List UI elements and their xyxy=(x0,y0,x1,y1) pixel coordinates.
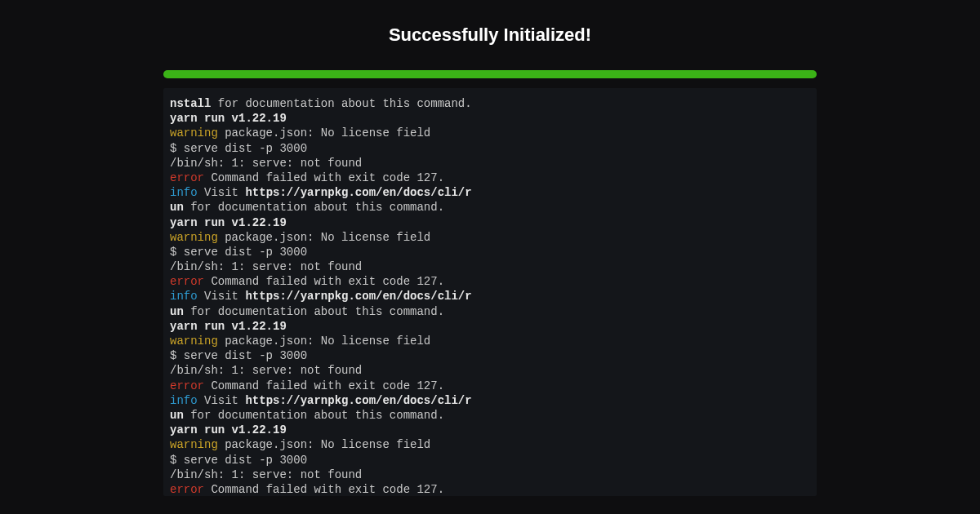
log-text: package.json: No license field xyxy=(218,438,430,451)
console-line: yarn run v1.22.19 xyxy=(170,423,810,437)
log-link: https://yarnpkg.com/en/docs/cli/r xyxy=(245,290,471,303)
console-line: yarn run v1.22.19 xyxy=(170,319,810,334)
log-bold: nstall xyxy=(170,97,211,110)
log-text: $ serve dist -p 3000 xyxy=(170,349,307,362)
log-link: https://yarnpkg.com/en/docs/cli/r xyxy=(245,394,471,407)
log-text: Command failed with exit code 127. xyxy=(204,379,444,392)
log-bold: un xyxy=(170,305,184,318)
log-text: package.json: No license field xyxy=(218,126,430,140)
console-line: info Visit https://yarnpkg.com/en/docs/c… xyxy=(170,289,810,304)
log-bold: yarn run v1.22.19 xyxy=(170,423,287,436)
log-bold: un xyxy=(170,409,184,422)
log-warning: warning xyxy=(170,438,218,451)
console-line: $ serve dist -p 3000 xyxy=(170,245,810,259)
log-text: for documentation about this command. xyxy=(211,97,471,110)
log-info: info xyxy=(170,186,198,199)
log-warning: warning xyxy=(170,335,218,348)
log-text: $ serve dist -p 3000 xyxy=(170,142,307,155)
log-text: for documentation about this command. xyxy=(184,305,444,318)
console-output[interactable]: nstall for documentation about this comm… xyxy=(163,88,817,496)
console-line: $ serve dist -p 3000 xyxy=(170,141,810,156)
log-text: Command failed with exit code 127. xyxy=(204,171,444,184)
log-info: info xyxy=(170,394,198,407)
log-bold: yarn run v1.22.19 xyxy=(170,320,287,333)
console-line: info Visit https://yarnpkg.com/en/docs/c… xyxy=(170,185,810,200)
console-line: un for documentation about this command. xyxy=(170,200,810,215)
console-line: $ serve dist -p 3000 xyxy=(170,348,810,363)
console-line: info Visit https://yarnpkg.com/en/docs/c… xyxy=(170,393,810,408)
console-line: yarn run v1.22.19 xyxy=(170,111,810,126)
page-title: Successfully Initialized! xyxy=(389,24,591,46)
console-line: un for documentation about this command. xyxy=(170,408,810,423)
console-line: warning package.json: No license field xyxy=(170,126,810,140)
log-text: /bin/sh: 1: serve: not found xyxy=(170,157,362,170)
console-line: error Command failed with exit code 127. xyxy=(170,171,810,185)
console-line: yarn run v1.22.19 xyxy=(170,215,810,230)
console-line: /bin/sh: 1: serve: not found xyxy=(170,467,810,482)
log-text: $ serve dist -p 3000 xyxy=(170,246,307,259)
log-error: error xyxy=(170,483,204,496)
log-text: Command failed with exit code 127. xyxy=(204,275,444,288)
console-line: warning package.json: No license field xyxy=(170,230,810,245)
log-text: Visit xyxy=(198,186,246,199)
log-bold: yarn run v1.22.19 xyxy=(170,216,287,229)
log-error: error xyxy=(170,275,204,288)
console-line: un for documentation about this command. xyxy=(170,304,810,319)
console-line: /bin/sh: 1: serve: not found xyxy=(170,259,810,274)
log-text: /bin/sh: 1: serve: not found xyxy=(170,468,362,481)
log-error: error xyxy=(170,379,204,392)
console-line: nstall for documentation about this comm… xyxy=(170,96,810,111)
log-warning: warning xyxy=(170,231,218,244)
log-warning: warning xyxy=(170,126,218,140)
log-info: info xyxy=(170,290,198,303)
log-text: /bin/sh: 1: serve: not found xyxy=(170,260,362,273)
console-line: error Command failed with exit code 127. xyxy=(170,482,810,496)
log-bold: un xyxy=(170,201,184,214)
log-text: /bin/sh: 1: serve: not found xyxy=(170,364,362,377)
log-link: https://yarnpkg.com/en/docs/cli/r xyxy=(245,186,471,199)
console-line: error Command failed with exit code 127. xyxy=(170,274,810,289)
log-text: $ serve dist -p 3000 xyxy=(170,454,307,467)
log-text: Visit xyxy=(198,290,246,303)
log-text: for documentation about this command. xyxy=(184,201,444,214)
log-text: Command failed with exit code 127. xyxy=(204,483,444,496)
console-line: /bin/sh: 1: serve: not found xyxy=(170,363,810,378)
log-text: package.json: No license field xyxy=(218,231,430,244)
console-line: warning package.json: No license field xyxy=(170,334,810,348)
console-line: $ serve dist -p 3000 xyxy=(170,453,810,467)
progress-bar xyxy=(163,70,817,78)
console-line: error Command failed with exit code 127. xyxy=(170,379,810,393)
log-bold: yarn run v1.22.19 xyxy=(170,112,287,125)
console-line: warning package.json: No license field xyxy=(170,437,810,452)
log-text: for documentation about this command. xyxy=(184,409,444,422)
log-text: package.json: No license field xyxy=(218,335,430,348)
log-text: Visit xyxy=(198,394,246,407)
log-error: error xyxy=(170,171,204,184)
console-line: /bin/sh: 1: serve: not found xyxy=(170,156,810,171)
